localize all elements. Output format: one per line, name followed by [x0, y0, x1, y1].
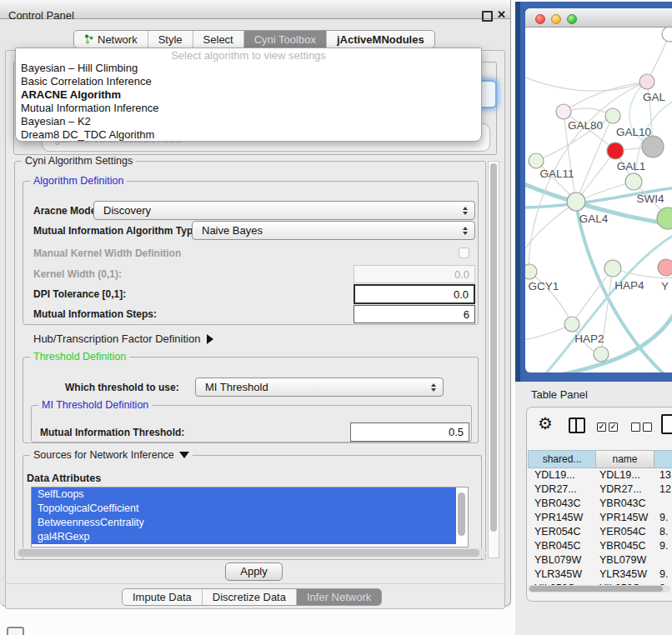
which-threshold-combobox[interactable]: MI Threshold [195, 378, 444, 397]
scrollbar-thumb[interactable] [18, 549, 479, 557]
network-node[interactable] [556, 104, 571, 119]
tab-label: Impute Data [133, 591, 192, 603]
algorithm-dropdown-placeholder: Select algorithm to view settings [16, 49, 481, 62]
table-row[interactable]: YDR27...YDR27...12 [528, 482, 672, 497]
algorithm-option[interactable]: Bayesian – Hill Climbing [16, 62, 481, 75]
gear-icon[interactable]: ⚙ [538, 415, 553, 432]
tab-jactivemnodules[interactable]: jActiveMNodules [326, 31, 434, 48]
table-horizontal-scrollbar[interactable] [528, 585, 670, 592]
kernel-width-field[interactable]: 0.0 [354, 265, 475, 283]
tab-style[interactable]: Style [148, 31, 193, 48]
tab-cyni-toolbox[interactable]: Cyni Toolbox [243, 31, 326, 48]
tab-network[interactable]: Network [74, 31, 148, 48]
mac-zoom-button[interactable] [567, 14, 577, 24]
network-edge[interactable] [525, 202, 576, 251]
table-cell: YDR27... [599, 482, 642, 497]
attribute-item-selected[interactable]: BetweennessCentrality [32, 516, 456, 530]
table-cell: YER054C [534, 525, 581, 539]
column-header[interactable]: name [596, 450, 654, 468]
hub-definition-expander[interactable]: Hub/Transcription Factor Definition [33, 332, 213, 345]
tab-select[interactable]: Select [193, 31, 243, 48]
node-label: GAL10 [616, 126, 651, 138]
tab-discretize-data[interactable]: Discretize Data [202, 589, 296, 605]
network-node[interactable] [604, 260, 621, 277]
dpi-tolerance-field[interactable]: 0.0 [354, 284, 475, 304]
attribute-item-selected[interactable]: SelfLoops [32, 488, 456, 502]
network-view-window: GALGAL80GAL10GAL1GAL11SWI4GAL4GCY1HAP4YH… [525, 8, 672, 372]
settings-horizontal-scrollbar[interactable] [17, 548, 486, 558]
table-body[interactable]: YDL19...YDL19...13YDR27...YDR27...12YBR0… [528, 468, 672, 585]
network-window-titlebar [525, 8, 672, 28]
scrollbar-thumb[interactable] [490, 163, 497, 532]
threshold-definition-title: Threshold Definition [30, 351, 129, 362]
manual-kernel-width-checkbox[interactable] [459, 248, 469, 258]
tab-label: Infer Network [307, 591, 371, 603]
algorithm-definition-title: Algorithm Definition [30, 175, 127, 187]
mi-steps-field[interactable]: 6 [354, 305, 475, 323]
network-node[interactable] [525, 264, 537, 279]
network-node[interactable] [567, 192, 585, 211]
network-node[interactable] [657, 208, 672, 229]
network-node[interactable] [607, 142, 624, 159]
node-label: HAP2 [574, 332, 604, 345]
table-cell: 9. [659, 539, 668, 553]
kernel-width-label: Kernel Width (0,1): [33, 268, 122, 280]
table-cell: 9. [659, 568, 668, 582]
tab-impute-data[interactable]: Impute Data [123, 589, 202, 605]
algorithm-option[interactable]: Basic Correlation Inference [16, 75, 481, 88]
stepper-arrows-icon [459, 207, 471, 215]
float-window-icon[interactable] [482, 11, 493, 22]
column-header[interactable] [654, 450, 672, 468]
apply-button[interactable]: Apply [225, 562, 283, 581]
network-node[interactable] [642, 136, 664, 158]
close-icon[interactable]: ✕ [497, 8, 506, 21]
algorithm-option[interactable]: Mutual Information Inference [16, 102, 481, 115]
mac-minimize-button[interactable] [551, 14, 561, 24]
docked-panel-icon[interactable] [7, 627, 24, 635]
show-columns-icon[interactable]: ✓ ✓ [597, 422, 618, 432]
algorithm-option[interactable]: Bayesian – K2 [16, 115, 481, 128]
table-row[interactable]: YBR043CYBR043C [528, 497, 672, 511]
network-node[interactable] [529, 153, 544, 168]
attributes-scrollbar-thumb[interactable] [458, 492, 465, 536]
network-node[interactable] [564, 317, 579, 332]
network-node[interactable] [658, 259, 672, 276]
which-threshold-label: Which threshold to use: [65, 382, 179, 393]
table-row[interactable]: YPR145WYPR145W9. [528, 511, 672, 525]
algorithm-option[interactable]: ARACNE Algorithm [16, 88, 481, 102]
column-header[interactable]: shared... [528, 450, 596, 468]
hide-columns-icon[interactable] [631, 422, 652, 432]
network-node[interactable] [605, 108, 620, 123]
split-columns-icon[interactable] [569, 418, 585, 433]
node-label: SWI4 [636, 192, 664, 205]
table-row[interactable]: YLR345WYLR345W9. [528, 568, 672, 582]
data-attributes-list[interactable]: SelfLoopsTopologicalCoefficientBetweenne… [31, 487, 469, 548]
network-canvas[interactable]: GALGAL80GAL10GAL1GAL11SWI4GAL4GCY1HAP4YH… [525, 28, 672, 372]
tab-infer-network[interactable]: Infer Network [296, 589, 381, 605]
mac-close-button[interactable] [535, 14, 545, 24]
tab-label: Discretize Data [213, 591, 286, 603]
page-icon[interactable] [661, 414, 672, 434]
algorithm-option[interactable]: Dream8 DC_TDC Algorithm [16, 128, 481, 142]
aracne-mode-combobox[interactable]: Discovery [93, 201, 475, 220]
network-node[interactable] [639, 74, 654, 89]
table-row[interactable]: YBL079WYBL079W [528, 553, 672, 568]
sources-title[interactable]: Sources for Network Inference [30, 449, 193, 461]
network-node[interactable] [625, 173, 642, 190]
mi-threshold-field[interactable]: 0.5 [350, 422, 469, 442]
attribute-item-selected[interactable]: TopologicalCoefficient [32, 502, 456, 516]
table-cell: YBR043C [534, 497, 581, 511]
network-node[interactable] [662, 28, 672, 42]
network-edge[interactable] [525, 78, 647, 91]
table-row[interactable]: YER054CYER054C8. [528, 525, 672, 539]
cyni-settings-title: Cyni Algorithm Settings [22, 155, 136, 167]
settings-vertical-scrollbar[interactable] [488, 161, 499, 558]
table-row[interactable]: YBR045CYBR045C9. [528, 539, 672, 553]
tab-label: jActiveMNodules [337, 33, 424, 46]
table-cell: YDR27... [534, 482, 577, 497]
network-node[interactable] [594, 347, 609, 362]
attribute-item-selected[interactable]: gal4RGexp [32, 530, 456, 544]
table-row[interactable]: YDL19...YDL19...13 [528, 468, 672, 482]
mi-algorithm-type-combobox[interactable]: Naive Bayes [192, 221, 475, 240]
scrollbar-thumb[interactable] [529, 586, 663, 592]
